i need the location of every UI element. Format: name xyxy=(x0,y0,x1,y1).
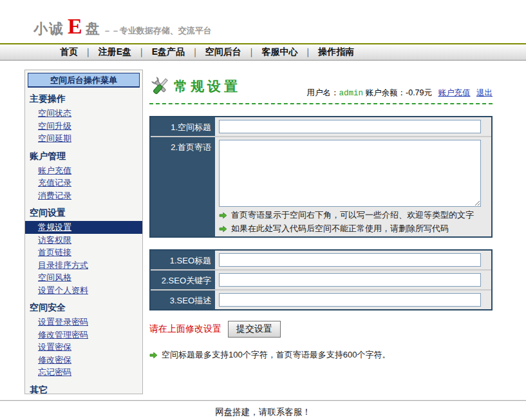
seo-title-row: 1.SEO标题 xyxy=(151,251,491,271)
username-label: 用户名： xyxy=(307,88,339,97)
submit-row: 请在上面修改设置 提交设置 xyxy=(149,321,493,338)
sidebar-item-security-question-set[interactable]: 设置密保 xyxy=(38,341,142,354)
logo-text-part3: 盘 xyxy=(86,19,101,39)
sidebar-section-main-ops: 主要操作 xyxy=(30,93,142,105)
sidebar-item-general-settings[interactable]: 常规设置 xyxy=(25,221,142,234)
nav-item-space-admin[interactable]: 空间后台 xyxy=(200,46,247,58)
page-title: 常规设置 xyxy=(174,77,241,95)
nav-separator: ｜ xyxy=(137,46,146,58)
sidebar-item-account-recharge[interactable]: 账户充值 xyxy=(38,164,142,177)
seo-title-label: 1.SEO标题 xyxy=(151,251,215,269)
homepage-greeting-field: 首页寄语显示于空间右下角，可以写一些介绍、欢迎等类型的文字 如果在此处写入代码后… xyxy=(215,137,491,236)
footer-text: 网盘搭建，请联系客服！ xyxy=(0,406,526,418)
sidebar-item-consume-records[interactable]: 消费记录 xyxy=(38,189,142,202)
greeting-tip-2-text: 如果在此处写入代码后空间不能正常使用，请删除所写代码 xyxy=(231,224,449,234)
username-value: admin xyxy=(339,89,364,98)
nav-separator: ｜ xyxy=(304,46,313,58)
nav-separator: ｜ xyxy=(84,46,93,58)
sidebar-item-recharge-records[interactable]: 充值记录 xyxy=(38,177,142,189)
top-navbar: 首页 ｜ 注册E盘 ｜ E盘产品 ｜ 空间后台 ｜ 客服中心 ｜ 操作指南 xyxy=(0,44,526,61)
sidebar-item-directory-sort[interactable]: 目录排序方式 xyxy=(38,259,142,272)
recharge-link[interactable]: 账户充值 xyxy=(438,88,471,97)
seo-description-field xyxy=(215,291,491,309)
nav-item-home[interactable]: 首页 xyxy=(54,46,84,58)
main-content: 常规设置 用户名：admin 账户余额：-0.79元 账户充值 退出 1.空间标… xyxy=(149,72,493,361)
space-title-input[interactable] xyxy=(219,120,481,133)
seo-keywords-input[interactable] xyxy=(219,273,481,287)
sidebar-section-security: 空间安全 xyxy=(30,302,142,314)
modify-hint: 请在上面修改设置 xyxy=(149,323,221,335)
sidebar-item-forgot-password[interactable]: 忘记密码 xyxy=(38,366,142,379)
general-settings-table: 1.空间标题 2.首页寄语 首页寄语显示于空间右下角，可以写一些介绍、欢迎等类型… xyxy=(149,116,493,238)
seo-settings-table: 1.SEO标题 2.SEO关键字 3.SEO描述 xyxy=(149,249,493,310)
sidebar-item-security-question-change[interactable]: 修改密保 xyxy=(38,354,142,367)
nav-item-guide[interactable]: 操作指南 xyxy=(312,46,360,58)
sidebar-menu: 空间后台操作菜单 主要操作 空间状态 空间升级 空间延期 账户管理 账户充值 充… xyxy=(24,70,143,394)
balance-label: 账户余额： xyxy=(366,88,406,97)
sidebar-item-space-renewal[interactable]: 空间延期 xyxy=(38,132,142,145)
space-title-field xyxy=(215,117,491,136)
greeting-tip-1-text: 首页寄语显示于空间右下角，可以写一些介绍、欢迎等类型的文字 xyxy=(231,210,474,220)
greeting-tip-2: 如果在此处写入代码后空间不能正常使用，请删除所写代码 xyxy=(219,224,481,234)
seo-description-label: 3.SEO描述 xyxy=(151,291,215,309)
seo-description-row: 3.SEO描述 xyxy=(151,291,491,309)
logo-text-part1: 小诚 xyxy=(33,19,64,39)
space-title-row: 1.空间标题 xyxy=(151,117,491,137)
submit-settings-button[interactable]: 提交设置 xyxy=(228,321,281,338)
sidebar-item-visitor-permissions[interactable]: 访客权限 xyxy=(38,234,142,247)
sidebar-section-account: 账户管理 xyxy=(30,151,142,162)
nav-item-products[interactable]: E盘产品 xyxy=(146,46,191,58)
logo-tagline: －－专业数据存储、交流平台 xyxy=(103,25,212,37)
sidebar-item-space-upgrade[interactable]: 空间升级 xyxy=(38,120,142,133)
greeting-tip-1: 首页寄语显示于空间右下角，可以写一些介绍、欢迎等类型的文字 xyxy=(219,210,481,220)
nav-item-customer-service[interactable]: 客服中心 xyxy=(256,46,304,58)
main-header: 常规设置 用户名：admin 账户余额：-0.79元 账户充值 退出 xyxy=(149,72,493,104)
char-limit-tip: 空间标题最多支持100个字符，首页寄语最多支持600个字符。 xyxy=(149,349,493,361)
green-arrow-icon xyxy=(149,352,158,359)
seo-title-input[interactable] xyxy=(219,253,481,267)
logo-text-e: E xyxy=(68,14,82,39)
logout-link[interactable]: 退出 xyxy=(476,88,493,97)
green-arrow-icon xyxy=(219,212,227,219)
seo-keywords-row: 2.SEO关键字 xyxy=(151,271,491,291)
homepage-greeting-row: 2.首页寄语 首页寄语显示于空间右下角，可以写一些介绍、欢迎等类型的文字 如果在… xyxy=(151,137,491,236)
sidebar-item-space-style[interactable]: 空间风格 xyxy=(38,271,142,284)
sidebar-title: 空间后台操作菜单 xyxy=(28,73,140,88)
nav-separator: ｜ xyxy=(247,46,256,58)
sidebar-item-profile-settings[interactable]: 设置个人资料 xyxy=(38,284,142,297)
sidebar-item-homepage-links[interactable]: 首页链接 xyxy=(38,246,142,259)
seo-keywords-label: 2.SEO关键字 xyxy=(151,271,215,289)
homepage-greeting-label: 2.首页寄语 xyxy=(151,137,215,236)
sidebar-item-space-status[interactable]: 空间状态 xyxy=(38,107,142,120)
sidebar-item-admin-password[interactable]: 修改管理密码 xyxy=(38,329,142,341)
seo-title-field xyxy=(215,251,491,269)
homepage-greeting-textarea[interactable] xyxy=(219,140,481,207)
sidebar-section-space-settings: 空间设置 xyxy=(30,207,142,219)
seo-description-input[interactable] xyxy=(219,293,481,307)
user-bar: 用户名：admin 账户余额：-0.79元 账户充值 退出 xyxy=(307,88,493,100)
space-title-label: 1.空间标题 xyxy=(151,117,215,136)
char-limit-tip-text: 空间标题最多支持100个字符，首页寄语最多支持600个字符。 xyxy=(162,349,390,361)
site-logo: 小诚 E 盘 －－专业数据存储、交流平台 xyxy=(33,14,212,39)
footer-divider xyxy=(0,400,526,401)
balance-value: -0.79元 xyxy=(406,88,432,97)
seo-keywords-field xyxy=(215,271,491,289)
nav-item-register[interactable]: 注册E盘 xyxy=(93,46,137,58)
tools-icon xyxy=(149,75,171,97)
sidebar-item-login-password[interactable]: 设置登录密码 xyxy=(38,316,142,329)
nav-separator: ｜ xyxy=(191,46,200,58)
green-arrow-icon xyxy=(219,225,227,233)
sidebar-section-other: 其它 xyxy=(30,385,142,395)
